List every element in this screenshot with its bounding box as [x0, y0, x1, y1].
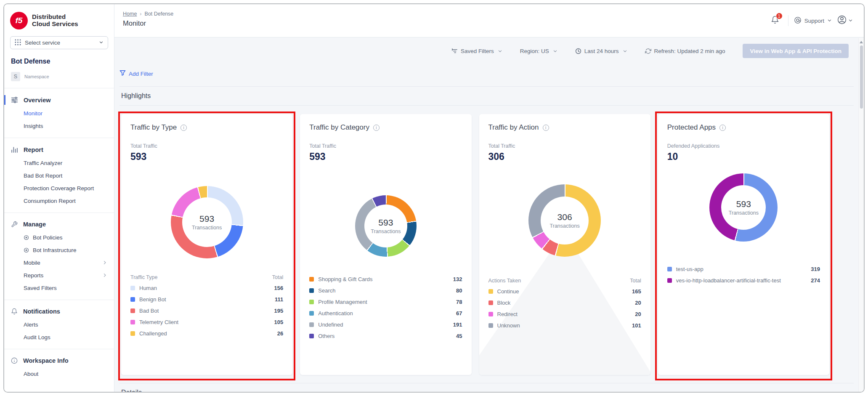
- legend-label: Authentication: [318, 310, 452, 316]
- sidebar-item-protection-coverage-report[interactable]: Protection Coverage Report: [4, 182, 114, 194]
- sidebar-section-overview[interactable]: Overview: [4, 93, 114, 107]
- sidebar-item-audit-logs[interactable]: Audit Logs: [4, 331, 114, 343]
- sidebar-item-saved-filters[interactable]: Saved Filters: [4, 282, 114, 294]
- donut-chart[interactable]: 593Transactions: [171, 186, 243, 258]
- time-range-dropdown[interactable]: Last 24 hours: [575, 48, 627, 54]
- funnel-icon: [119, 70, 126, 77]
- header-actions: 1 Support: [771, 4, 853, 37]
- sidebar-item-bot-policies[interactable]: Bot Policies: [4, 231, 114, 244]
- sidebar-item-mobile[interactable]: Mobile: [4, 256, 114, 269]
- sidebar-section-report[interactable]: Report: [4, 143, 114, 157]
- legend-value: 111: [275, 296, 283, 303]
- user-avatar-icon: [837, 15, 847, 26]
- scrollbar-up-arrow[interactable]: [860, 41, 863, 43]
- legend-row-ves-io-http-loadbalancer-artificial-traffic-test[interactable]: ves-io-http-loadbalancer-artificial-traf…: [667, 275, 820, 286]
- legend-value: 20: [635, 300, 641, 306]
- legend-row-benign-bot[interactable]: Benign Bot111: [130, 294, 283, 305]
- legend-value: 105: [274, 319, 284, 325]
- sidebar-item-about[interactable]: About: [4, 367, 114, 380]
- legend-row-block[interactable]: Block20: [488, 297, 641, 308]
- legend-row-human[interactable]: Human156: [130, 282, 283, 294]
- legend-row-telemetry-client[interactable]: Telemetry Client105: [130, 316, 283, 328]
- legend-label: Redirect: [497, 311, 631, 317]
- info-icon[interactable]: i: [719, 125, 726, 131]
- breadcrumb-separator: ›: [140, 11, 141, 17]
- saved-filters-dropdown[interactable]: Saved Filters: [451, 48, 502, 54]
- legend-row-unknown[interactable]: Unknown101: [488, 320, 641, 331]
- sidebar-item-monitor[interactable]: Monitor: [4, 107, 114, 120]
- legend-header-label: Actions Taken: [488, 278, 521, 284]
- donut-chart[interactable]: 306Transactions: [528, 184, 601, 257]
- card-wrap-protected-apps: Protected AppsiDefended Applications1059…: [658, 114, 829, 375]
- sidebar-section-notifications[interactable]: Notifications: [4, 305, 114, 318]
- card-traffic-by-type: Traffic by TypeiTotal Traffic593593Trans…: [121, 114, 292, 375]
- breadcrumb-home[interactable]: Home: [123, 11, 137, 17]
- legend-swatch: [309, 288, 314, 293]
- legend-label: Undefined: [318, 322, 449, 328]
- notifications-icon: [11, 308, 18, 315]
- add-filter-button[interactable]: Add Filter: [119, 70, 153, 77]
- sidebar-section-workspace-info[interactable]: Workspace Info: [4, 354, 114, 367]
- sidebar-section: Workspace InfoAbout: [4, 351, 114, 384]
- app-window: f5 Distributed Cloud Services Select ser…: [3, 3, 865, 393]
- sidebar-item-consumption-report[interactable]: Consumption Report: [4, 194, 114, 207]
- donut-chart[interactable]: 593Transactions: [355, 195, 417, 257]
- select-service-dropdown[interactable]: Select service: [10, 36, 108, 49]
- legend-row-continue[interactable]: Continue165: [488, 286, 641, 297]
- details-heading: Details: [119, 383, 854, 392]
- donut-center-label: Transactions: [192, 225, 222, 231]
- legend-swatch: [667, 278, 672, 283]
- legend-swatch: [309, 334, 314, 338]
- eye-icon: [24, 247, 29, 253]
- legend-row-others[interactable]: Others45: [309, 330, 462, 342]
- scrollbar-thumb[interactable]: [860, 45, 863, 109]
- sidebar-section-manage[interactable]: Manage: [4, 218, 114, 231]
- sidebar-item-traffic-analyzer[interactable]: Traffic Analyzer: [4, 157, 114, 169]
- legend-row-authentication[interactable]: Authentication67: [309, 308, 462, 319]
- legend-row-undefined[interactable]: Undefined191: [309, 319, 462, 330]
- legend-row-redirect[interactable]: Redirect20: [488, 308, 641, 320]
- sidebar-item-reports[interactable]: Reports: [4, 269, 114, 282]
- sidebar-section-label: Manage: [23, 221, 46, 228]
- legend-value: 80: [456, 287, 462, 294]
- view-in-waap-button[interactable]: View in Web App & API Protection: [743, 44, 849, 58]
- support-menu[interactable]: Support: [794, 16, 832, 25]
- legend-value: 165: [632, 288, 641, 295]
- info-icon[interactable]: i: [373, 125, 380, 131]
- info-icon[interactable]: i: [181, 125, 187, 131]
- namespace-selector[interactable]: S Namespace: [4, 65, 114, 86]
- card-title-row: Traffic by Categoryi: [309, 123, 462, 132]
- divider: [4, 138, 114, 138]
- user-menu[interactable]: [837, 15, 853, 26]
- report-icon: [11, 146, 18, 153]
- legend-value: 26: [277, 330, 283, 337]
- refresh-button[interactable]: Refresh: Updated 2 min ago: [645, 48, 725, 54]
- select-service-label: Select service: [25, 40, 95, 46]
- divider: [4, 300, 114, 300]
- sidebar-item-bot-infrastructure[interactable]: Bot Infrastructure: [4, 244, 114, 256]
- sidebar-item-bad-bot-report[interactable]: Bad Bot Report: [4, 169, 114, 182]
- legend-row-challenged[interactable]: Challenged26: [130, 328, 283, 339]
- brand-logo[interactable]: f5 Distributed Cloud Services: [4, 9, 114, 32]
- sidebar-item-insights[interactable]: Insights: [4, 120, 114, 132]
- card-title-row: Protected Appsi: [667, 123, 820, 132]
- notifications-bell-button[interactable]: 1: [771, 16, 779, 26]
- legend-label: Continue: [497, 288, 628, 295]
- info-icon[interactable]: i: [543, 125, 549, 131]
- highlights-heading: Highlights: [119, 87, 854, 105]
- sidebar-item-label: Traffic Analyzer: [24, 160, 62, 166]
- donut-center: 593Transactions: [182, 197, 232, 247]
- legend-value: 20: [635, 311, 641, 317]
- legend-row-shopping-gift-cards[interactable]: Shopping & Gift Cards132: [309, 274, 462, 285]
- divider: [4, 88, 114, 88]
- legend-row-profile-management[interactable]: Profile Management78: [309, 296, 462, 308]
- legend-row-test-us-app[interactable]: test-us-app319: [667, 263, 820, 275]
- legend-row-search[interactable]: Search80: [309, 285, 462, 296]
- region-dropdown[interactable]: Region: US: [520, 48, 557, 54]
- legend-row-bad-bot[interactable]: Bad Bot195: [130, 305, 283, 316]
- sidebar-item-alerts[interactable]: Alerts: [4, 318, 114, 331]
- chevron-down-icon: [827, 18, 832, 24]
- card-title: Traffic by Action: [488, 123, 539, 132]
- chevron-right-icon: [102, 260, 107, 265]
- donut-chart[interactable]: 593Transactions: [709, 173, 778, 242]
